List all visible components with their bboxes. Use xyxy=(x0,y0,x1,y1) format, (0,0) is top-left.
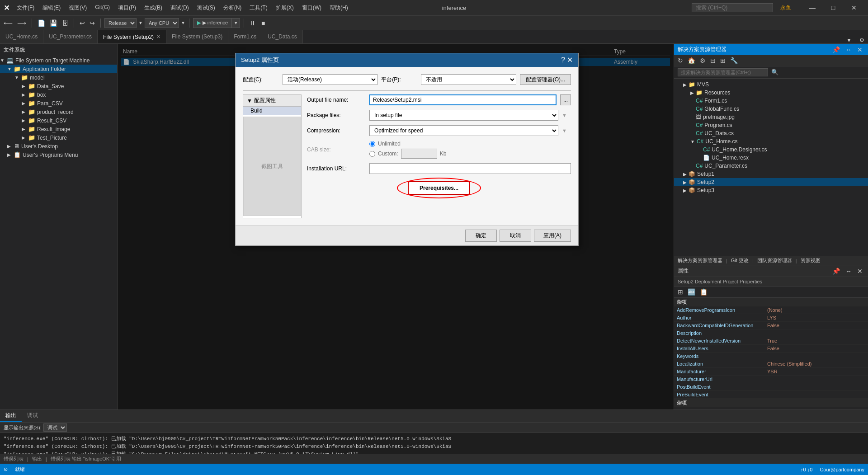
solution-search-input[interactable] xyxy=(678,68,768,76)
tab-uc-data[interactable]: UC_Data.cs xyxy=(262,30,303,43)
tab-overflow[interactable]: ▼ xyxy=(843,37,855,43)
menu-build[interactable]: 生成(B) xyxy=(141,2,166,14)
tab-form1[interactable]: Form1.cs xyxy=(228,30,262,43)
unpin-icon[interactable]: ↔ xyxy=(844,46,854,53)
toolbar-filter-icon[interactable]: ⚙ xyxy=(698,56,708,65)
tree-application-folder[interactable]: ▼ 📁 Application Folder xyxy=(0,65,117,73)
menu-test[interactable]: 测试(S) xyxy=(193,2,219,14)
tree-test-picture[interactable]: ▶ 📁 Test_Picture xyxy=(0,133,117,142)
git-changes-tab[interactable]: Git 更改 xyxy=(731,257,749,264)
tab-settings-icon[interactable]: ⚙ xyxy=(855,37,868,43)
toolbar-home-icon[interactable]: 🏠 xyxy=(686,56,697,65)
solution-item-uchome[interactable]: ▼ C# UC_Home.cs xyxy=(674,137,868,146)
back-icon[interactable]: ⟵ xyxy=(2,19,14,28)
menu-window[interactable]: 窗口(W) xyxy=(298,2,325,14)
toolbar-expand-icon[interactable]: ⊞ xyxy=(718,56,727,65)
apply-button[interactable]: 应用(A) xyxy=(534,230,571,242)
maximize-button[interactable]: □ xyxy=(823,0,844,16)
solution-item-ucdata[interactable]: ▶ C# UC_Data.cs xyxy=(674,129,868,137)
tree-para-csv[interactable]: ▶ 📁 Para_CSV xyxy=(0,99,117,108)
tree-model[interactable]: ▼ 📁 model xyxy=(0,73,117,82)
solution-item-setup3[interactable]: ▶ 📦 Setup3 xyxy=(674,186,868,194)
output-file-input[interactable] xyxy=(369,94,557,105)
prop-value[interactable] xyxy=(764,391,868,399)
tree-data-save[interactable]: ▶ 📁 Data_Save xyxy=(0,82,117,90)
menu-analyze[interactable]: 分析(N) xyxy=(220,2,245,14)
tree-box[interactable]: ▶ 📁 box xyxy=(0,90,117,99)
installation-url-input[interactable] xyxy=(369,163,571,174)
stop-icon[interactable]: ■ xyxy=(259,19,267,28)
prop-value[interactable] xyxy=(764,376,868,383)
menu-help[interactable]: 帮助(H) xyxy=(326,2,352,14)
solution-item-globalfunc[interactable]: ▶ C# GlobalFunc.cs xyxy=(674,105,868,113)
redo-icon[interactable]: ↪ xyxy=(88,19,97,28)
menu-git[interactable]: Git(G) xyxy=(91,2,113,14)
prop-value[interactable] xyxy=(764,329,868,337)
cancel-button[interactable]: 取消 xyxy=(500,230,531,242)
menu-tools[interactable]: 工具(T) xyxy=(246,2,271,14)
tab-uc-home[interactable]: UC_Home.cs xyxy=(0,30,43,43)
save-icon[interactable]: 💾 xyxy=(48,19,59,28)
solution-item-mvs[interactable]: ▶ 📁 MVS xyxy=(674,80,868,89)
tab-close-icon[interactable]: ✕ xyxy=(156,34,160,40)
tab-filesystem-setup3[interactable]: File System (Setup3) xyxy=(166,30,228,43)
solution-item-uchome-resx[interactable]: ▶ 📄 UC_Home.resx xyxy=(674,154,868,162)
config-select[interactable]: 活动(Release) xyxy=(283,74,377,85)
toolbar-sync-icon[interactable]: ↻ xyxy=(676,56,685,65)
debug-tab[interactable]: 调试 xyxy=(22,410,43,422)
browse-button[interactable]: ... xyxy=(560,94,571,105)
prop-value[interactable]: YSR xyxy=(764,368,868,376)
config-manager-button[interactable]: 配置管理器(O)... xyxy=(520,74,571,85)
ok-button[interactable]: 确定 xyxy=(465,230,497,242)
tree-result-csv[interactable]: ▶ 📁 Result_CSV xyxy=(0,116,117,125)
menu-project[interactable]: 项目(P) xyxy=(114,2,140,14)
close-panel-icon[interactable]: ✕ xyxy=(855,46,864,53)
prerequisites-button[interactable]: Prerequisites... xyxy=(408,181,470,195)
dialog-close-button[interactable]: ✕ xyxy=(567,56,573,64)
solution-tab-label[interactable]: 解决方案资源管理器 xyxy=(678,257,722,264)
menu-extensions[interactable]: 扩展(X) xyxy=(272,2,297,14)
new-file-icon[interactable]: 📄 xyxy=(36,19,47,28)
global-search[interactable] xyxy=(692,3,773,12)
run-dropdown-button[interactable]: ▼ xyxy=(232,18,240,28)
prop-value[interactable]: False xyxy=(764,345,868,353)
build-config-select[interactable]: Release Debug xyxy=(104,18,137,28)
package-files-select[interactable]: In setup file xyxy=(369,110,558,121)
error-list-footer-tab[interactable]: 错误列表 xyxy=(4,456,24,462)
properties-close-icon[interactable]: ✕ xyxy=(855,268,864,275)
platform-select[interactable]: 不适用 xyxy=(421,74,516,85)
platform-select[interactable]: Any CPU xyxy=(145,18,179,28)
source-select[interactable]: 调试 xyxy=(43,423,67,432)
properties-unpin-icon[interactable]: ↔ xyxy=(844,268,854,275)
compression-select[interactable]: Optimized for speed xyxy=(369,125,558,136)
custom-radio[interactable] xyxy=(369,151,375,157)
solution-item-resources[interactable]: ▶ 📁 Resources xyxy=(674,89,868,97)
forward-icon[interactable]: ⟶ xyxy=(15,19,28,28)
solution-item-uchome-designer[interactable]: ▶ C# UC_Home.Designer.cs xyxy=(674,146,868,154)
toolbar-props-icon[interactable]: 🔧 xyxy=(728,56,740,65)
team-explorer-tab[interactable]: 团队资源管理器 xyxy=(757,257,792,264)
pin-icon[interactable]: 📌 xyxy=(830,46,842,53)
solution-item-ucparameter[interactable]: ▶ C# UC_Parameter.cs xyxy=(674,162,868,170)
close-window-button[interactable]: ✕ xyxy=(844,0,864,16)
prop-value[interactable]: (None) xyxy=(764,306,868,314)
tree-user-programs[interactable]: ▶ 📋 User's Programs Menu xyxy=(0,150,117,159)
save-all-icon[interactable]: 🗄 xyxy=(60,19,70,28)
build-item[interactable]: Build xyxy=(243,107,301,115)
prop-value[interactable] xyxy=(764,383,868,391)
solution-item-preimage[interactable]: ▶ 🖼 preImage.jpg xyxy=(674,113,868,121)
props-alphabetical-icon[interactable]: 🔤 xyxy=(686,287,697,296)
solution-item-program[interactable]: ▶ C# Program.cs xyxy=(674,121,868,129)
minimize-button[interactable]: — xyxy=(802,0,823,16)
prop-value[interactable]: True xyxy=(764,337,868,345)
menu-debug[interactable]: 调试(D) xyxy=(167,2,193,14)
resource-view-tab[interactable]: 资源视图 xyxy=(801,257,821,264)
prop-value[interactable] xyxy=(764,353,868,360)
tab-filesystem-setup2[interactable]: File System (Setup2) ✕ xyxy=(98,30,166,43)
prop-value[interactable]: Chinese (Simplified) xyxy=(764,360,868,368)
tree-product-record[interactable]: ▶ 📁 product_record xyxy=(0,108,117,116)
tree-result-image[interactable]: ▶ 📁 Result_image xyxy=(0,125,117,133)
menu-edit[interactable]: 编辑(E) xyxy=(39,2,64,14)
tree-user-desktop[interactable]: ▶ 🖥 User's Desktop xyxy=(0,142,117,150)
solution-item-setup1[interactable]: ▶ 📦 Setup1 xyxy=(674,170,868,178)
